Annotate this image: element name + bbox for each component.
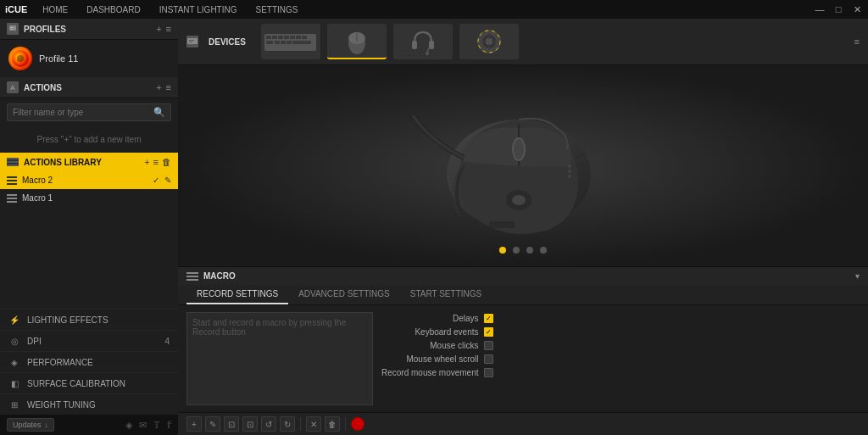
nav-settings[interactable]: SETTINGS — [253, 3, 302, 16]
macro-item-1[interactable]: Macro 1 — [0, 189, 178, 207]
tool-clear-button[interactable]: 🗑 — [325, 416, 340, 432]
download-icon: ↓ — [45, 421, 49, 429]
search-input[interactable] — [13, 108, 153, 117]
devices-menu-button[interactable]: ≡ — [854, 36, 860, 47]
option-row-mouse-move: Record mouse movement — [381, 368, 493, 377]
svg-rect-6 — [189, 40, 194, 41]
macro-panel-dropdown[interactable]: ▾ — [855, 271, 860, 281]
facebook-icon[interactable]: 𝕗 — [167, 420, 171, 431]
sidebar-lighting-effects[interactable]: ⚡ LIGHTING EFFECTS — [0, 309, 178, 330]
svg-point-4 — [17, 55, 24, 62]
tab-start-settings[interactable]: START SETTINGS — [400, 285, 492, 304]
dpi-icon: ◎ — [8, 335, 20, 347]
profiles-menu-button[interactable]: ≡ — [166, 24, 171, 34]
tab-advanced-settings[interactable]: ADVANCED SETTINGS — [288, 285, 400, 304]
delays-checkbox[interactable]: ✓ — [484, 314, 493, 323]
nav-dashboard[interactable]: DASHBOARD — [83, 3, 143, 16]
updates-button[interactable]: Updates ↓ — [7, 418, 54, 432]
svg-rect-16 — [266, 41, 273, 44]
svg-rect-19 — [287, 41, 292, 44]
svg-rect-12 — [284, 36, 289, 39]
svg-rect-17 — [275, 41, 280, 44]
sidebar-performance[interactable]: ◈ PERFORMANCE — [0, 351, 178, 372]
mouse-movement-label: Record mouse movement — [381, 368, 479, 377]
svg-rect-25 — [429, 41, 434, 49]
svg-rect-1 — [10, 27, 14, 28]
mouse-movement-checkbox[interactable] — [484, 368, 493, 377]
search-icon[interactable]: 🔍 — [153, 107, 165, 118]
library-menu-button[interactable]: ≡ — [153, 157, 159, 167]
mouse-dot-3[interactable] — [526, 247, 533, 254]
profile-item[interactable]: Profile 11 — [0, 40, 178, 77]
device-thumb-headset[interactable] — [393, 24, 453, 59]
macro-toolbar: + ✎ ⊡ ⊡ ↺ ↻ ✕ 🗑 — [178, 412, 868, 435]
svg-rect-9 — [266, 36, 271, 39]
tool-delete-button[interactable]: ✕ — [306, 416, 321, 432]
mouse-clicks-checkbox[interactable] — [484, 341, 493, 350]
nav-instant-lighting[interactable]: INSTANT LIGHTING — [156, 3, 241, 16]
macro-check-2: ✓ — [153, 176, 159, 185]
toolbar-separator — [300, 417, 301, 431]
email-icon[interactable]: ✉ — [139, 420, 147, 431]
devices-title: DEVICES — [209, 37, 246, 47]
svg-point-45 — [568, 175, 571, 178]
tool-add-button[interactable]: + — [186, 416, 202, 432]
sidebar-surface-calibration[interactable]: ◧ SURFACE CALIBRATION — [0, 372, 178, 393]
tool-paste-button[interactable]: ⊡ — [242, 416, 258, 432]
library-delete-button[interactable]: 🗑 — [162, 157, 171, 167]
svg-rect-10 — [272, 36, 277, 39]
keyboard-events-checkbox[interactable]: ✓ — [484, 327, 493, 337]
svg-point-43 — [568, 165, 571, 168]
profiles-title: PROFILES — [24, 25, 156, 34]
mouse-dot-2[interactable] — [513, 247, 520, 254]
sidebar-footer: Updates ↓ ◈ ✉ 𝕋 𝕗 — [0, 415, 178, 435]
sidebar-dpi[interactable]: ◎ DPI 4 — [0, 330, 178, 351]
device-thumb-keyboard[interactable] — [261, 24, 320, 59]
svg-rect-5 — [187, 38, 198, 44]
keyboard-events-label: Keyboard events — [415, 327, 478, 337]
device-thumb-cooler[interactable] — [459, 24, 519, 59]
actions-menu-button[interactable]: ≡ — [166, 82, 171, 92]
search-box: 🔍 — [7, 103, 171, 121]
device-thumb-mouse[interactable] — [327, 24, 387, 59]
maximize-button[interactable]: □ — [832, 4, 844, 15]
macro-panel-header: MACRO ▾ — [178, 267, 868, 285]
top-nav: iCUE HOME DASHBOARD INSTANT LIGHTING SET… — [0, 0, 868, 19]
tool-loop-button[interactable]: ↺ — [261, 416, 276, 432]
svg-rect-14 — [296, 36, 301, 39]
actions-icon: A — [7, 81, 19, 93]
library-title: ACTIONS LIBRARY — [24, 158, 144, 167]
macro-icon — [7, 176, 17, 185]
macro-item-2[interactable]: Macro 2 ✓ ✎ — [0, 171, 178, 189]
svg-point-44 — [568, 170, 571, 173]
chevron-down-icon: ▾ — [855, 271, 860, 281]
check-icon: ✓ — [486, 315, 492, 322]
mouse-image — [379, 73, 667, 259]
sidebar-weight-tuning[interactable]: ⊞ WEIGHT TUNING — [0, 393, 178, 415]
library-add-button[interactable]: + — [144, 157, 149, 167]
wheel-scroll-checkbox[interactable] — [484, 354, 493, 364]
tool-copy-button[interactable]: ⊡ — [224, 416, 239, 432]
actions-add-button[interactable]: + — [156, 82, 161, 92]
close-button[interactable]: ✕ — [851, 4, 863, 15]
macro-panel-label: MACRO — [203, 271, 850, 281]
tool-edit-button[interactable]: ✎ — [205, 416, 220, 432]
dpi-badge: 4 — [164, 337, 170, 346]
record-button[interactable] — [351, 417, 364, 431]
tool-redo-button[interactable]: ↻ — [280, 416, 295, 432]
svg-rect-7 — [189, 42, 192, 42]
svg-rect-11 — [278, 36, 283, 39]
nav-home[interactable]: HOME — [39, 3, 71, 16]
tab-record-settings[interactable]: RECORD SETTINGS — [186, 285, 288, 304]
svg-rect-38 — [489, 221, 515, 228]
weight-tuning-label: WEIGHT TUNING — [27, 400, 170, 410]
mouse-dot-1[interactable] — [499, 247, 506, 254]
option-row-wheel-scroll: Mouse wheel scroll — [381, 354, 493, 364]
twitter-icon[interactable]: 𝕋 — [153, 420, 160, 431]
surface-calibration-label: SURFACE CALIBRATION — [27, 379, 170, 388]
mouse-dot-4[interactable] — [540, 247, 547, 254]
discord-icon[interactable]: ◈ — [125, 420, 132, 431]
minimize-button[interactable]: — — [814, 4, 826, 15]
macro-content: Start and record a macro by pressing the… — [178, 305, 868, 412]
profiles-add-button[interactable]: + — [156, 24, 161, 34]
